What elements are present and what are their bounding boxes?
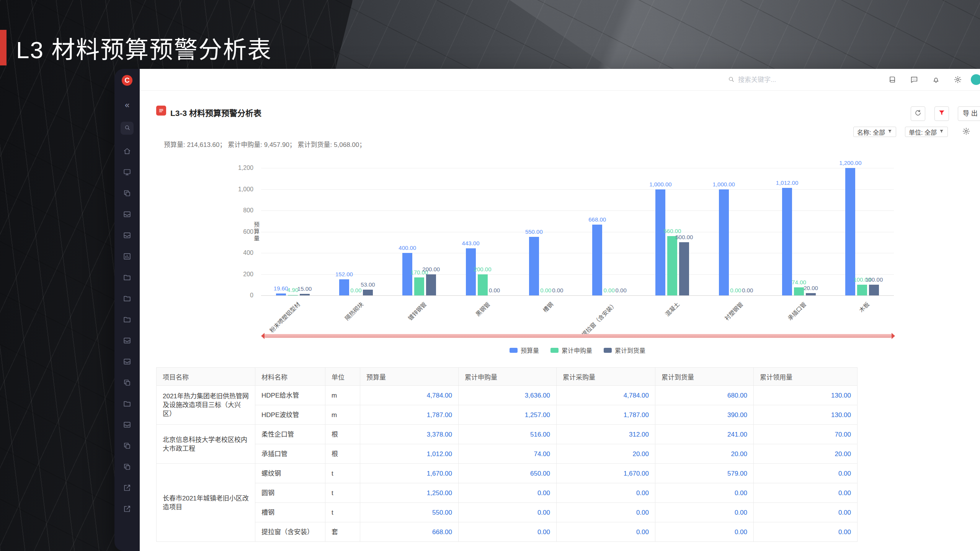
value-cell[interactable]: 130.00 — [754, 405, 858, 425]
sidebar-item-archive-2[interactable] — [123, 231, 131, 240]
bar-累计申购量-粉末喷塑铝型材[interactable] — [288, 295, 298, 296]
value-cell[interactable]: 0.00 — [754, 503, 858, 522]
value-cell[interactable]: 1,670.00 — [557, 464, 655, 483]
bar-累计到货量-粉末喷塑铝型材[interactable] — [300, 294, 310, 295]
bar-累计到货量-隔热砌块[interactable] — [363, 290, 373, 295]
value-cell[interactable]: 0.00 — [459, 503, 557, 522]
name-filter-chip[interactable]: 名称: 全部 — [853, 127, 896, 137]
value-cell[interactable]: 4,784.00 — [557, 386, 655, 405]
refresh-button[interactable] — [911, 106, 925, 121]
value-cell[interactable]: 70.00 — [754, 425, 858, 444]
value-cell[interactable]: 0.00 — [459, 483, 557, 503]
value-cell[interactable]: 4,784.00 — [360, 386, 459, 405]
value-cell[interactable]: 1,257.00 — [459, 405, 557, 425]
value-cell[interactable]: 0.00 — [655, 483, 754, 503]
notifications-icon[interactable] — [932, 75, 940, 84]
value-cell[interactable]: 3,378.00 — [360, 425, 459, 444]
filter-button[interactable] — [934, 106, 949, 121]
brush-handle-right[interactable] — [892, 333, 895, 339]
value-cell[interactable]: 0.00 — [655, 522, 754, 542]
bar-累计申购量-木板[interactable] — [857, 285, 867, 295]
sidebar-item-dashboard[interactable] — [123, 168, 131, 176]
value-cell[interactable]: 1,787.00 — [557, 405, 655, 425]
column-settings-icon[interactable] — [962, 127, 971, 136]
value-cell[interactable]: 0.00 — [557, 503, 655, 522]
export-button[interactable]: 导 出 — [958, 106, 980, 121]
sidebar-item-documents-2[interactable] — [123, 378, 131, 387]
value-cell[interactable]: 680.00 — [655, 386, 754, 405]
value-cell[interactable]: 3,636.00 — [459, 386, 557, 405]
sidebar-item-archive-3[interactable] — [123, 336, 131, 345]
value-cell[interactable]: 0.00 — [754, 522, 858, 542]
unit-filter-chip[interactable]: 单位: 全部 — [905, 127, 948, 137]
legend-item-累计申购量[interactable]: 累计申购量 — [550, 346, 592, 355]
sidebar-item-home[interactable] — [123, 147, 131, 155]
sidebar-item-folder-1[interactable] — [123, 273, 131, 282]
bar-累计到货量-承插口管[interactable] — [806, 293, 816, 295]
settings-icon[interactable] — [954, 75, 962, 84]
bar-累计到货量-混凝土[interactable] — [679, 242, 689, 295]
value-cell[interactable]: 1,250.00 — [360, 483, 459, 503]
sidebar-item-archive-1[interactable] — [123, 210, 131, 218]
collapse-sidebar-icon[interactable]: « — [114, 101, 140, 109]
sidebar-item-documents-4[interactable] — [123, 463, 131, 471]
sidebar-item-external-link-2[interactable] — [123, 505, 131, 513]
value-cell[interactable]: 1,670.00 — [360, 464, 459, 483]
brush-track[interactable] — [264, 334, 892, 338]
bar-预算量-衬塑钢管[interactable] — [719, 189, 729, 296]
value-cell[interactable]: 20.00 — [557, 444, 655, 464]
value-cell[interactable]: 0.00 — [557, 522, 655, 542]
bar-预算量-隔热砌块[interactable] — [339, 279, 349, 295]
sidebar-item-folder-2[interactable] — [123, 294, 131, 303]
bar-预算量-提拉窗（含安装）[interactable] — [592, 225, 602, 295]
value-cell[interactable]: 390.00 — [655, 405, 754, 425]
bar-累计到货量-木板[interactable] — [869, 285, 879, 295]
value-cell[interactable]: 0.00 — [754, 464, 858, 483]
app-logo[interactable]: C — [122, 75, 132, 86]
legend-item-预算量[interactable]: 预算量 — [510, 346, 539, 355]
value-cell[interactable]: 1,012.00 — [360, 444, 459, 464]
sidebar-item-documents-1[interactable] — [123, 189, 131, 197]
value-cell[interactable]: 130.00 — [754, 386, 858, 405]
legend-item-累计到货量[interactable]: 累计到货量 — [604, 346, 645, 355]
bar-累计申购量-混凝土[interactable] — [667, 236, 677, 295]
sidebar-item-archive-4[interactable] — [123, 357, 131, 366]
sidebar-item-documents-3[interactable] — [123, 442, 131, 450]
sidebar-item-folder-4[interactable] — [123, 399, 131, 408]
sidebar-search-button[interactable] — [121, 122, 134, 135]
value-cell[interactable]: 650.00 — [459, 464, 557, 483]
sidebar-item-report-board[interactable] — [123, 252, 131, 261]
value-cell[interactable]: 516.00 — [459, 425, 557, 444]
value-cell[interactable]: 0.00 — [655, 503, 754, 522]
manual-icon[interactable] — [888, 75, 897, 84]
value-cell[interactable]: 74.00 — [459, 444, 557, 464]
value-cell[interactable]: 0.00 — [459, 522, 557, 542]
bar-value-label: 152.00 — [335, 271, 353, 277]
brush-handle-left[interactable] — [261, 333, 265, 339]
bar-累计申购量-承插口管[interactable] — [794, 287, 804, 295]
value-cell[interactable]: 20.00 — [655, 444, 754, 464]
value-cell[interactable]: 668.00 — [360, 522, 459, 542]
value-cell[interactable]: 1,787.00 — [360, 405, 459, 425]
bar-预算量-承插口管[interactable] — [782, 188, 792, 295]
value-cell[interactable]: 20.00 — [754, 444, 858, 464]
search-input[interactable] — [738, 76, 815, 84]
value-cell[interactable]: 550.00 — [360, 503, 459, 522]
value-cell[interactable]: 241.00 — [655, 425, 754, 444]
bar-累计到货量-镀锌钢管[interactable] — [426, 274, 436, 296]
sidebar-item-archive-5[interactable] — [123, 421, 131, 429]
value-cell[interactable]: 0.00 — [754, 483, 858, 503]
sidebar-item-folder-3[interactable] — [123, 315, 131, 324]
sidebar-item-external-link-1[interactable] — [123, 484, 131, 492]
bar-预算量-粉末喷塑铝型材[interactable] — [276, 293, 286, 295]
value-cell[interactable]: 312.00 — [557, 425, 655, 444]
value-cell[interactable]: 0.00 — [557, 483, 655, 503]
project-cell: 北京信息科技大学老校区校内大市政工程 — [157, 425, 255, 464]
bar-累计申购量-镀锌钢管[interactable] — [414, 277, 424, 295]
bar-预算量-槽钢[interactable] — [529, 237, 539, 295]
bar-累计申购量-黑钢管[interactable] — [478, 274, 488, 296]
value-cell[interactable]: 579.00 — [655, 464, 754, 483]
messages-icon[interactable] — [910, 75, 918, 84]
avatar[interactable] — [971, 74, 980, 85]
bar-预算量-混凝土[interactable] — [655, 189, 665, 296]
